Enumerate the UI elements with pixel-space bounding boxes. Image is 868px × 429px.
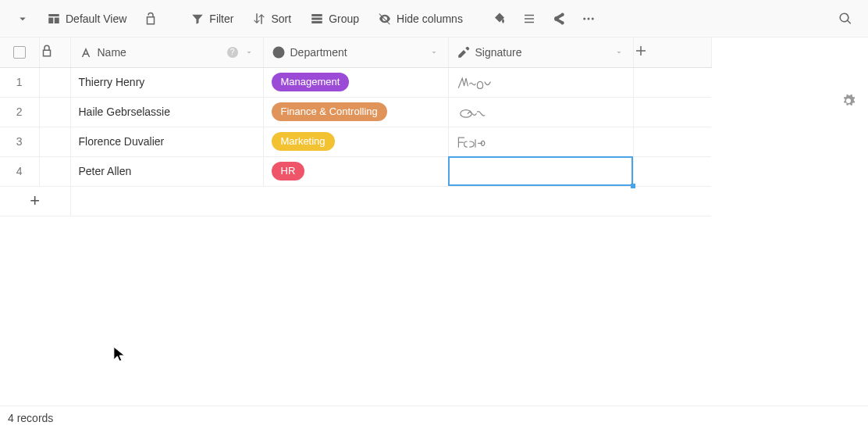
hide-columns-label: Hide columns — [397, 13, 463, 25]
table-icon — [47, 12, 61, 26]
group-icon — [310, 12, 324, 26]
grid: Name ? Department Signature — [0, 38, 868, 406]
hide-columns-button[interactable]: Hide columns — [370, 7, 471, 30]
group-label: Group — [329, 13, 359, 25]
header-lock[interactable] — [39, 38, 70, 67]
help-icon: ? — [227, 47, 238, 58]
sort-label: Sort — [271, 13, 291, 25]
cell-empty — [633, 97, 711, 127]
share-button[interactable] — [546, 7, 572, 30]
row-height-icon — [522, 12, 536, 26]
cell-empty — [633, 127, 711, 156]
cell-name[interactable]: Thierry Henry — [70, 67, 263, 97]
chevron-down-icon[interactable] — [613, 46, 625, 59]
lock-icon — [40, 44, 54, 58]
svg-point-2 — [592, 17, 594, 20]
signature-icon — [457, 45, 471, 59]
header-department-label: Department — [290, 46, 423, 59]
row-lock-cell — [39, 97, 70, 127]
cell-name[interactable]: Florence Duvalier — [70, 127, 263, 156]
signature-image — [457, 73, 513, 91]
record-count: 4 records — [8, 412, 53, 424]
paint-bucket-icon — [493, 12, 507, 26]
department-pill: Management — [272, 73, 350, 91]
tag-icon — [272, 45, 286, 59]
table-settings-button[interactable] — [841, 94, 856, 108]
sort-button[interactable]: Sort — [244, 7, 299, 30]
cell-signature[interactable] — [448, 67, 633, 97]
cell-department[interactable]: HR — [263, 156, 448, 186]
cell-department[interactable]: Marketing — [263, 127, 448, 156]
header-name-label: Name — [98, 46, 222, 59]
table-row[interactable]: 2Haile GebrselassieFinance & Controlling — [0, 97, 711, 127]
caret-down-icon — [16, 12, 30, 26]
svg-point-0 — [583, 17, 585, 20]
row-number[interactable]: 2 — [0, 97, 39, 127]
cell-empty — [633, 67, 711, 97]
row-number[interactable]: 4 — [0, 156, 39, 186]
chevron-down-icon[interactable] — [243, 46, 255, 59]
plus-icon: + — [30, 191, 40, 210]
row-number[interactable]: 3 — [0, 127, 39, 156]
checkbox-icon — [13, 46, 26, 59]
cell-empty — [633, 156, 711, 186]
view-lock-button[interactable] — [137, 7, 164, 30]
chevron-down-icon[interactable] — [428, 46, 440, 59]
row-number[interactable]: 1 — [0, 67, 39, 97]
mouse-cursor — [113, 346, 127, 366]
search-button[interactable] — [832, 7, 859, 30]
signature-image — [457, 102, 513, 121]
header-signature-label: Signature — [475, 46, 608, 59]
header-row: Name ? Department Signature — [0, 38, 711, 67]
row-lock-cell — [39, 156, 70, 186]
department-pill: HR — [272, 162, 305, 181]
row-lock-cell — [39, 67, 70, 97]
department-pill: Marketing — [272, 132, 335, 151]
header-department[interactable]: Department — [263, 38, 448, 67]
unlock-icon — [144, 12, 158, 26]
filter-button[interactable]: Filter — [183, 7, 241, 30]
header-signature[interactable]: Signature — [448, 38, 633, 67]
sort-icon — [252, 12, 266, 26]
gear-icon — [841, 94, 856, 108]
statusbar: 4 records — [0, 406, 868, 429]
filter-label: Filter — [209, 13, 233, 25]
view-label: Default View — [66, 13, 126, 25]
search-icon — [838, 12, 852, 26]
add-column-button[interactable] — [633, 38, 711, 67]
header-name[interactable]: Name ? — [70, 38, 263, 67]
table-row[interactable]: 4Peter AllenHR — [0, 156, 711, 186]
group-button[interactable]: Group — [302, 7, 367, 30]
text-type-icon — [79, 45, 93, 59]
table-row[interactable]: 1Thierry HenryManagement — [0, 67, 711, 97]
row-lock-cell — [39, 127, 70, 156]
signature-image — [457, 132, 513, 151]
header-select-all[interactable] — [0, 38, 39, 67]
svg-point-1 — [587, 17, 589, 20]
view-switcher[interactable]: Default View — [39, 7, 134, 30]
filter-icon — [190, 12, 205, 26]
plus-icon — [634, 44, 648, 58]
share-icon — [552, 12, 566, 26]
fill-color-button[interactable] — [486, 7, 513, 30]
cell-signature[interactable] — [448, 156, 633, 186]
add-row-button[interactable]: + — [0, 186, 711, 216]
cell-department[interactable]: Finance & Controlling — [263, 97, 448, 127]
department-pill: Finance & Controlling — [272, 102, 387, 121]
cell-signature[interactable] — [448, 127, 633, 156]
row-height-button[interactable] — [516, 7, 542, 30]
cell-signature[interactable] — [448, 97, 633, 127]
more-button[interactable] — [575, 7, 602, 30]
dots-icon — [582, 12, 596, 26]
toolbar: Default View Filter Sort Group Hide colu… — [0, 0, 868, 38]
cell-name[interactable]: Haile Gebrselassie — [70, 97, 263, 127]
eye-off-icon — [378, 12, 392, 26]
table-row[interactable]: 3Florence DuvalierMarketing — [0, 127, 711, 156]
view-menu-caret[interactable] — [9, 7, 36, 30]
cell-name[interactable]: Peter Allen — [70, 156, 263, 186]
cell-department[interactable]: Management — [263, 67, 448, 97]
